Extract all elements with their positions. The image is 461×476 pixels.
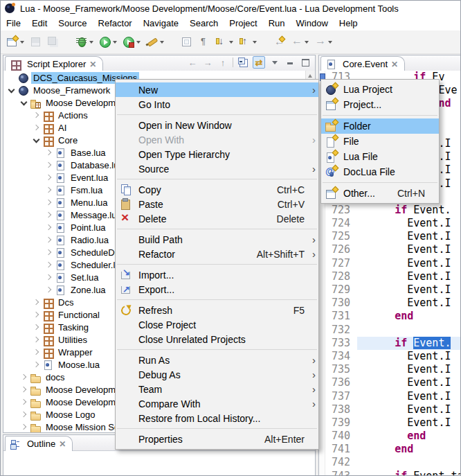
expander-collapsed-icon[interactable] <box>33 311 39 318</box>
mark-occurrences-button[interactable] <box>178 33 195 51</box>
menubar-item-run[interactable]: Run <box>263 16 291 30</box>
up-icon[interactable]: ↑ <box>217 57 228 68</box>
previous-annotation-button[interactable] <box>236 33 260 51</box>
menu-item-go-into[interactable]: Go Into <box>116 97 318 112</box>
link-with-editor-icon[interactable]: ⇄ <box>253 56 265 69</box>
external-tools-dropdown-icon[interactable] <box>136 41 141 44</box>
menu-item-doclua-file[interactable]: DocLua File <box>321 164 439 179</box>
menubar-item-file[interactable]: File <box>1 16 26 30</box>
tab-script-explorer[interactable]: Script Explorer ✕ <box>5 56 103 71</box>
expander-collapsed-icon[interactable] <box>45 224 52 231</box>
debug-button[interactable] <box>73 33 96 51</box>
expander-collapsed-icon[interactable] <box>45 274 52 281</box>
view-menu-icon[interactable] <box>269 57 280 68</box>
menu-item-team[interactable]: Team› <box>116 382 318 396</box>
run-button[interactable] <box>96 33 120 51</box>
menubar-item-source[interactable]: Source <box>53 16 92 30</box>
expander-collapsed-icon[interactable] <box>45 249 52 256</box>
previous-annotation-dropdown-icon[interactable] <box>253 41 257 44</box>
expander-collapsed-icon[interactable] <box>20 373 27 380</box>
code-line-725[interactable]: 725 Event.I <box>325 230 461 243</box>
menubar-item-search[interactable]: Search <box>184 16 224 30</box>
menu-item-lua-file[interactable]: Lua File <box>321 149 439 164</box>
menubar-item-window[interactable]: Window <box>291 16 334 30</box>
menu-item-new[interactable]: New› <box>116 82 318 97</box>
code-line-741[interactable]: 741 end <box>325 443 461 456</box>
code-line-730[interactable]: 730 Event.I <box>325 297 461 310</box>
maximize-icon[interactable] <box>300 57 311 68</box>
collapse-all-icon[interactable] <box>237 57 248 68</box>
forward-button[interactable] <box>311 33 335 51</box>
expander-collapsed-icon[interactable] <box>45 286 52 293</box>
expander-collapsed-icon[interactable] <box>20 386 27 393</box>
last-edit-location-button[interactable] <box>271 33 288 51</box>
menubar-item-project[interactable]: Project <box>224 16 262 30</box>
new-wizard-button[interactable] <box>3 33 27 51</box>
forward-icon[interactable]: → <box>202 57 213 68</box>
expander-expanded-icon[interactable] <box>33 136 39 143</box>
code-line-731[interactable]: 731 end <box>325 310 461 323</box>
code-line-736[interactable]: 736 Event.I <box>325 376 461 389</box>
menubar-item-help[interactable]: Help <box>334 16 363 30</box>
menu-item-close-project[interactable]: Close Project <box>116 317 318 332</box>
menu-item-paste[interactable]: PasteCtrl+V <box>116 197 318 211</box>
code-line-726[interactable]: 726 Event.I <box>325 243 461 256</box>
expander-collapsed-icon[interactable] <box>33 336 39 343</box>
menu-item-project[interactable]: Project... <box>321 97 439 112</box>
external-tools-button[interactable] <box>120 33 143 51</box>
expander-collapsed-icon[interactable] <box>33 299 39 306</box>
menu-item-lua-project[interactable]: Lua Project <box>321 82 439 97</box>
menu-item-compare-with[interactable]: Compare With› <box>116 396 318 411</box>
back-button[interactable] <box>288 33 311 51</box>
menu-item-source[interactable]: Source› <box>116 161 318 176</box>
expander-collapsed-icon[interactable] <box>33 324 39 330</box>
expander-collapsed-icon[interactable] <box>45 211 52 218</box>
expander-collapsed-icon[interactable] <box>45 236 52 243</box>
code-line-724[interactable]: 724 Event.I <box>325 217 461 230</box>
menubar-item-edit[interactable]: Edit <box>26 16 53 30</box>
menu-item-folder[interactable]: Folder <box>321 118 439 134</box>
show-whitespace-button[interactable] <box>195 33 213 51</box>
expander-collapsed-icon[interactable] <box>20 423 27 430</box>
back-icon[interactable]: ← <box>187 57 198 68</box>
code-line-733[interactable]: 733 if Event. <box>325 337 461 350</box>
expander-expanded-icon[interactable] <box>20 99 27 106</box>
expander-collapsed-icon[interactable] <box>33 112 39 118</box>
menu-item-run-as[interactable]: Run As› <box>116 353 318 367</box>
menu-item-refactor[interactable]: RefactorAlt+Shift+T› <box>116 247 318 261</box>
forward-dropdown-icon[interactable] <box>328 41 332 44</box>
close-icon[interactable]: ✕ <box>391 60 398 69</box>
code-line-734[interactable]: 734 Event.I <box>325 350 461 363</box>
scroll-up-icon[interactable] <box>308 74 312 78</box>
menu-item-build-path[interactable]: Build Path› <box>116 232 318 247</box>
code-line-728[interactable]: 728 Event.I <box>325 270 461 283</box>
debug-dropdown-icon[interactable] <box>89 41 93 44</box>
menu-item-open-type-hierarchy[interactable]: Open Type Hierarchy <box>116 147 318 161</box>
menu-item-copy[interactable]: CopyCtrl+C <box>116 182 318 197</box>
expander-collapsed-icon[interactable] <box>45 261 52 268</box>
expander-collapsed-icon[interactable] <box>45 199 52 206</box>
code-line-732[interactable]: 732 <box>325 324 461 337</box>
close-icon[interactable]: ✕ <box>59 440 66 448</box>
code-line-727[interactable]: 727 Event.I <box>325 257 461 270</box>
menu-item-export[interactable]: Export... <box>116 282 318 297</box>
code-line-735[interactable]: 735 Event.I <box>325 363 461 376</box>
next-annotation-button[interactable] <box>213 33 236 51</box>
menu-item-refresh[interactable]: RefreshF5 <box>116 303 318 317</box>
expander-collapsed-icon[interactable] <box>20 411 27 418</box>
close-icon[interactable]: ✕ <box>89 60 96 69</box>
menu-item-other[interactable]: Other...Ctrl+N <box>321 186 439 201</box>
menu-item-file[interactable]: File <box>321 134 439 149</box>
marker-pen-dropdown-icon[interactable] <box>160 41 164 44</box>
code-line-742[interactable]: 742 <box>325 456 461 469</box>
menu-item-close-unrelated-projects[interactable]: Close Unrelated Projects <box>116 332 318 346</box>
minimize-icon[interactable] <box>284 57 296 68</box>
code-line-738[interactable]: 738 Event.I <box>325 403 461 416</box>
new-wizard-dropdown-icon[interactable] <box>20 41 24 44</box>
tab-outline[interactable]: Outline ✕ <box>5 436 73 451</box>
expander-collapsed-icon[interactable] <box>45 174 52 181</box>
menu-item-delete[interactable]: DeleteDelete <box>116 211 318 226</box>
code-line-743[interactable]: 743 if Event.ta <box>325 470 461 475</box>
menu-item-restore-from-local-history[interactable]: Restore from Local History... <box>116 411 318 425</box>
code-line-737[interactable]: 737 Event.I <box>325 390 461 403</box>
